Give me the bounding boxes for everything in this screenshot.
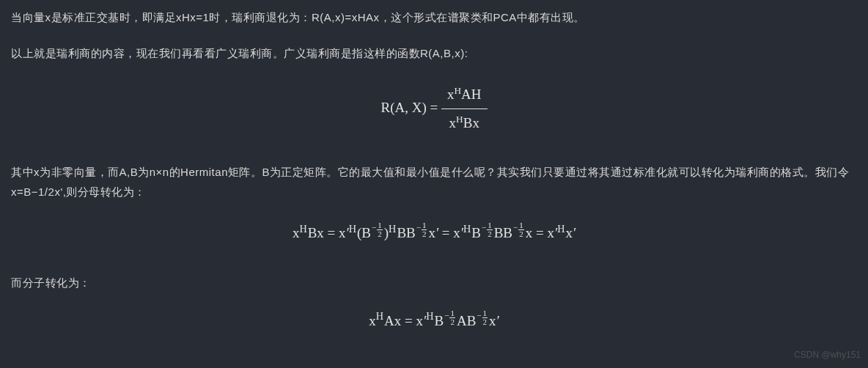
watermark: CSDN @why151 <box>794 347 861 364</box>
equation-3: xHAx = x′HB−12AB−12x′ <box>11 309 857 334</box>
equation-1-fraction: xHAH xHBx <box>441 82 488 136</box>
equation-2: xHBx = x′H(B−12)HBB−12x′ = x′HB−12BB−12x… <box>11 221 857 246</box>
paragraph-3: 其中x为非零向量，而A,B为n×n的Hermitan矩阵。B为正定矩阵。它的最大… <box>11 162 857 202</box>
paragraph-1: 当向量x是标准正交基时，即满足xHx=1时，瑞利商退化为：R(A,x)=xHAx… <box>11 7 857 27</box>
paragraph-4: 而分子转化为： <box>11 273 857 292</box>
equation-1-denominator: xHBx <box>441 109 488 136</box>
equation-1-lhs: R(A, X) = <box>380 100 441 115</box>
paragraph-2: 以上就是瑞利商的内容，现在我们再看看广义瑞利商。广义瑞利商是指这样的函数R(A,… <box>11 43 857 63</box>
equation-1-numerator: xHAH <box>441 82 488 109</box>
equation-1: R(A, X) = xHAH xHBx <box>11 82 857 136</box>
